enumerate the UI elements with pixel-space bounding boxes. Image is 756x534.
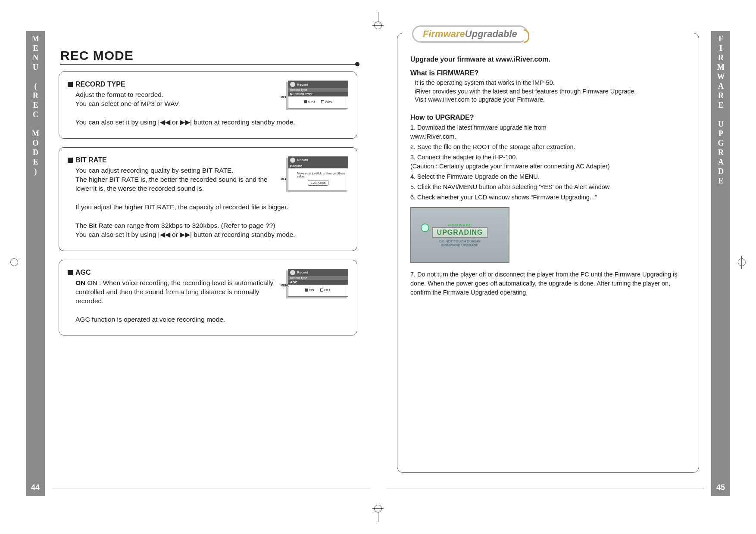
- steps-list: 1. Download the latest firmware upgrade …: [410, 123, 686, 202]
- section-agc: MENU Record Record Type AGC ON OFF AGC O…: [59, 260, 357, 336]
- badge-word2: Upgradable: [465, 28, 517, 39]
- step-item: 3. Connect the adapter to the iHP-100. (…: [410, 153, 686, 171]
- how-title: How to UPGRADE?: [410, 114, 686, 121]
- section-title: AGC: [68, 269, 348, 276]
- upgrade-line1: FIRMWARE: [448, 223, 472, 227]
- badge-word1: Firmware: [423, 28, 465, 39]
- upgrade-line4: FIRMWARE UPGRADE: [441, 243, 478, 247]
- crop-cross-bottom: [372, 508, 384, 509]
- page-number-right: 45: [711, 479, 730, 496]
- upgrade-line3: DO NOT TOUCH DURING: [439, 239, 480, 243]
- side-tab-left: MENU (REC MODE): [26, 31, 45, 496]
- lcd-bar: AGC: [288, 280, 348, 285]
- lcd-option: WAV: [321, 100, 332, 104]
- registration-mark-right: [738, 258, 746, 266]
- main-title: REC MODE: [60, 48, 359, 63]
- lcd-bar: RECORD TYPE: [288, 92, 348, 96]
- section-record-type: MEI Record Record Type RECORD TYPE MP3 W…: [59, 71, 357, 139]
- content-left: REC MODE MEI Record Record Type RECORD T…: [57, 31, 359, 479]
- what-body: It is the operating system that works in…: [415, 79, 686, 104]
- registration-mark-left: [10, 258, 18, 266]
- step-item: 4. Select the Firmware Upgrade on the ME…: [410, 172, 686, 181]
- step-item: 5. Click the NAVI/MENU button after sele…: [410, 183, 686, 192]
- upgrade-line2: UPGRADING: [432, 227, 488, 238]
- lcd-side-label: MEI: [281, 96, 286, 99]
- lcd-sub: Record Type: [288, 276, 348, 280]
- title-rule: [60, 64, 359, 65]
- step-item: 1. Download the latest firmware upgrade …: [410, 123, 686, 141]
- lcd-option: MP3: [304, 100, 315, 104]
- lcd-option: ON: [305, 288, 314, 292]
- step-item: 2. Save the file on the ROOT of the stor…: [410, 143, 686, 152]
- section-bit-rate: MEI Record Biterate Move your joystick t…: [59, 147, 357, 251]
- content-right: FirmwareUpgradable Upgrade your firmware…: [397, 33, 699, 473]
- globe-icon: [421, 224, 429, 232]
- side-tab-right: FIRMWARE UPGRADE: [711, 31, 730, 496]
- upgrade-lcd-illustration: FIRMWARE UPGRADING DO NOT TOUCH DURING F…: [410, 207, 509, 263]
- lcd-chip: 128 Kbps: [308, 180, 328, 186]
- page-left: MENU (REC MODE) 44 REC MODE MEI Record R…: [26, 31, 369, 496]
- section-title: BIT RATE: [68, 156, 348, 164]
- page-right: FIRMWARE UPGRADE 45 FirmwareUpgradable U…: [387, 31, 730, 496]
- step-item: 6. Check whether your LCD window shows “…: [410, 193, 686, 202]
- lcd-hint: Move your joystick to change bitrate val…: [291, 172, 345, 178]
- firmware-badge: FirmwareUpgradable: [409, 25, 531, 43]
- lcd-sub: Record Type: [288, 88, 348, 92]
- lcd-option: OFF: [320, 288, 331, 292]
- lcd-side-label: MEI: [281, 177, 286, 180]
- footer-rule-left: [52, 488, 369, 488]
- crop-circle-bottom: [374, 505, 382, 512]
- intro-line: Upgrade your firmware at www.iRiver.com.: [410, 56, 686, 63]
- lcd-side-label: MENU: [281, 284, 290, 287]
- lcd-bar: Biterate: [288, 164, 348, 168]
- section-title: RECORD TYPE: [68, 81, 348, 88]
- page-number-left: 44: [26, 479, 45, 496]
- page-spread: MENU (REC MODE) 44 REC MODE MEI Record R…: [26, 31, 730, 496]
- step-7: 7. Do not turn the player off or disconn…: [410, 270, 686, 297]
- footer-rule-right: [387, 488, 704, 488]
- what-title: What is FIRMWARE?: [410, 69, 686, 77]
- crop-cross-top: [372, 25, 384, 26]
